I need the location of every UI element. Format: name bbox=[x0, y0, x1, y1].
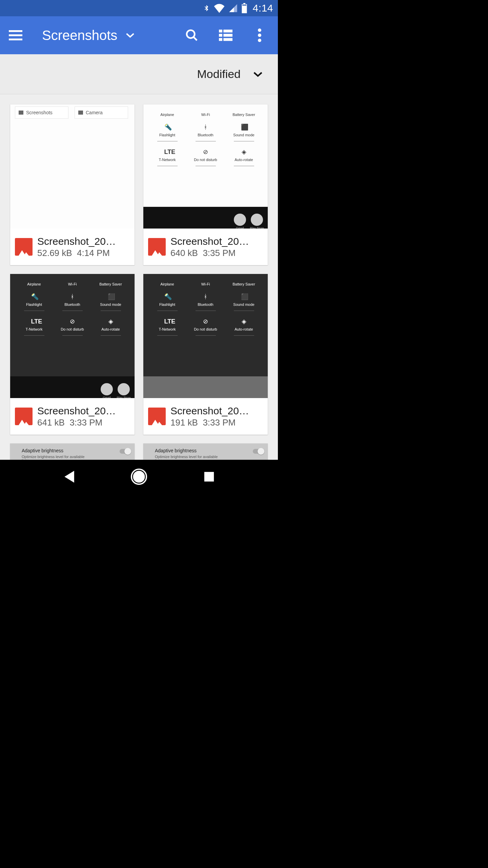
page-title: Screenshots bbox=[42, 28, 117, 43]
sort-label: Modified bbox=[197, 67, 241, 81]
svg-rect-0 bbox=[242, 5, 246, 6]
chevron-down-icon bbox=[253, 71, 263, 78]
file-card[interactable]: Airplane Wi-Fi Battery Saver 🔦Flashlight… bbox=[143, 104, 268, 265]
file-thumbnail: Airplane Wi-Fi Battery Saver 🔦Flashlight… bbox=[143, 104, 268, 229]
file-thumbnail: Adaptive brightness Optimize brightness … bbox=[10, 443, 135, 460]
image-icon bbox=[148, 238, 166, 256]
file-details: 191 kB 3:33 PM bbox=[170, 417, 263, 428]
svg-rect-1 bbox=[9, 30, 22, 32]
file-details: 52.69 kB 4:14 PM bbox=[37, 248, 130, 258]
svg-point-4 bbox=[187, 30, 195, 38]
file-thumbnail: Adaptive brightness Optimize brightness … bbox=[143, 443, 268, 460]
svg-point-13 bbox=[258, 39, 261, 42]
sort-bar[interactable]: Modified bbox=[0, 54, 278, 94]
svg-rect-5 bbox=[219, 29, 222, 32]
navigation-bar bbox=[0, 460, 278, 494]
svg-rect-2 bbox=[9, 34, 22, 36]
file-name: Screenshot_20… bbox=[37, 236, 130, 247]
file-details: 640 kB 3:35 PM bbox=[170, 248, 263, 258]
file-name: Screenshot_20… bbox=[37, 405, 130, 417]
image-icon bbox=[15, 408, 33, 425]
file-card[interactable]: Adaptive brightness Optimize brightness … bbox=[10, 443, 135, 460]
cell-signal-icon bbox=[228, 3, 238, 13]
chevron-down-icon bbox=[125, 32, 135, 38]
svg-rect-8 bbox=[223, 34, 232, 37]
svg-point-11 bbox=[258, 28, 261, 32]
recents-button[interactable] bbox=[199, 467, 219, 487]
svg-rect-3 bbox=[9, 39, 22, 40]
svg-rect-7 bbox=[219, 34, 222, 37]
home-button[interactable] bbox=[129, 467, 149, 487]
file-details: 641 kB 3:33 PM bbox=[37, 417, 130, 428]
svg-rect-10 bbox=[223, 38, 232, 41]
svg-rect-6 bbox=[223, 29, 232, 32]
menu-button[interactable] bbox=[8, 28, 23, 43]
search-button[interactable] bbox=[184, 28, 199, 43]
file-thumbnail: Screenshots Camera bbox=[10, 104, 135, 229]
file-card[interactable]: Airplane Wi-Fi Battery Saver 🔦Flashlight… bbox=[143, 274, 268, 435]
wifi-icon bbox=[214, 3, 225, 13]
title-dropdown[interactable]: Screenshots bbox=[42, 28, 184, 43]
status-time: 4:14 bbox=[253, 2, 273, 14]
bluetooth-icon bbox=[203, 3, 210, 14]
file-thumbnail: Airplane Wi-Fi Battery Saver 🔦Flashlight… bbox=[143, 274, 268, 398]
back-button[interactable] bbox=[59, 467, 79, 487]
file-name: Screenshot_20… bbox=[170, 236, 263, 247]
svg-point-15 bbox=[134, 471, 144, 482]
image-icon bbox=[15, 238, 33, 256]
app-bar: Screenshots bbox=[0, 16, 278, 54]
file-grid-container[interactable]: Screenshots Camera Screenshot_20… 52.69 … bbox=[0, 94, 278, 460]
file-name: Screenshot_20… bbox=[170, 405, 263, 417]
image-icon bbox=[148, 408, 166, 425]
file-card[interactable]: Airplane Wi-Fi Battery Saver 🔦Flashlight… bbox=[10, 274, 135, 435]
more-options-button[interactable] bbox=[252, 28, 267, 43]
file-card[interactable]: Adaptive brightness Optimize brightness … bbox=[143, 443, 268, 460]
svg-rect-9 bbox=[219, 38, 222, 41]
status-bar: 4:14 bbox=[0, 0, 278, 16]
svg-point-12 bbox=[258, 34, 261, 37]
svg-rect-16 bbox=[204, 472, 214, 481]
view-list-button[interactable] bbox=[218, 28, 233, 43]
file-card[interactable]: Screenshots Camera Screenshot_20… 52.69 … bbox=[10, 104, 135, 265]
file-thumbnail: Airplane Wi-Fi Battery Saver 🔦Flashlight… bbox=[10, 274, 135, 398]
battery-icon bbox=[241, 3, 247, 13]
